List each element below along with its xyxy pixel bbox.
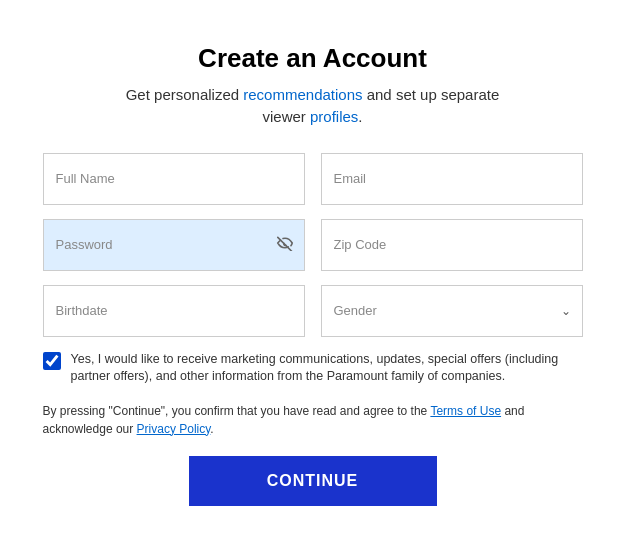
- gender-input[interactable]: [321, 285, 583, 337]
- email-input[interactable]: [321, 153, 583, 205]
- marketing-checkbox[interactable]: [43, 352, 61, 370]
- terms-text-before: By pressing "Continue", you confirm that…: [43, 404, 431, 418]
- page-subtitle: Get personalized recommendations and set…: [43, 84, 583, 129]
- form-row-2: [43, 219, 583, 271]
- subtitle-highlight2: profiles: [310, 108, 358, 125]
- full-name-field: [43, 153, 305, 205]
- gender-field: ⌄: [321, 285, 583, 337]
- continue-button[interactable]: CONTINUE: [189, 456, 437, 506]
- registration-form: ⌄ Yes, I would like to receive marketing…: [43, 153, 583, 506]
- terms-text-after: .: [210, 422, 213, 436]
- email-field: [321, 153, 583, 205]
- zip-code-field: [321, 219, 583, 271]
- full-name-input[interactable]: [43, 153, 305, 205]
- form-row-3: ⌄: [43, 285, 583, 337]
- marketing-checkbox-label: Yes, I would like to receive marketing c…: [71, 351, 583, 386]
- page-container: Create an Account Get personalized recom…: [23, 13, 603, 526]
- terms-of-use-link[interactable]: Terms of Use: [430, 404, 501, 418]
- eye-off-icon[interactable]: [275, 235, 295, 255]
- form-row-1: [43, 153, 583, 205]
- subtitle-period: .: [358, 108, 362, 125]
- password-field: [43, 219, 305, 271]
- subtitle-text3: viewer: [262, 108, 310, 125]
- terms-text: By pressing "Continue", you confirm that…: [43, 402, 583, 438]
- birthdate-input[interactable]: [43, 285, 305, 337]
- birthdate-field: [43, 285, 305, 337]
- zip-code-input[interactable]: [321, 219, 583, 271]
- password-input[interactable]: [43, 219, 305, 271]
- subtitle-text2: and set up separate: [363, 86, 500, 103]
- subtitle-highlight1: recommendations: [243, 86, 362, 103]
- privacy-policy-link[interactable]: Privacy Policy: [137, 422, 211, 436]
- marketing-checkbox-row: Yes, I would like to receive marketing c…: [43, 351, 583, 386]
- subtitle-text1: Get personalized: [126, 86, 244, 103]
- page-title: Create an Account: [43, 43, 583, 74]
